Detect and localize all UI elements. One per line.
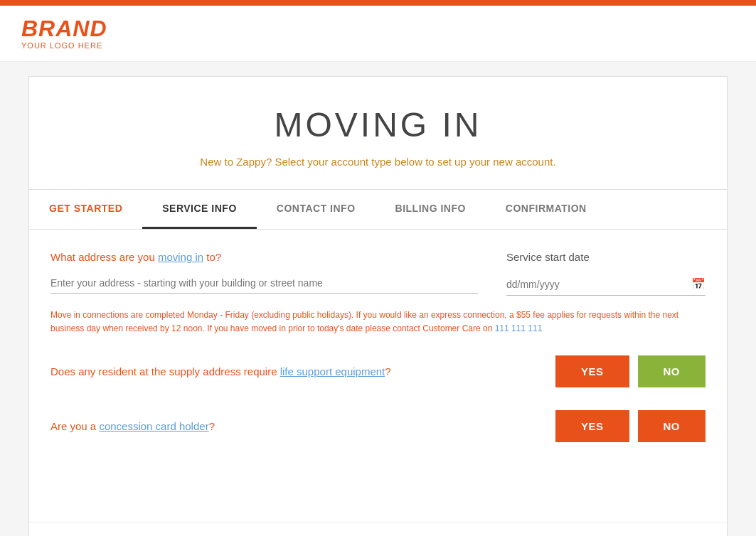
tab-contact-info[interactable]: CONTACT INFO	[257, 190, 376, 229]
life-support-btn-group: YES NO	[555, 355, 706, 387]
date-input-wrapper: 📅	[506, 273, 706, 296]
logo-sub: YOUR LOGO HERE	[21, 41, 107, 50]
concession-highlight: concession card holder	[99, 420, 208, 432]
phone-number: 111 111 111	[495, 323, 543, 333]
life-support-label: Does any resident at the supply address …	[50, 365, 555, 377]
tab-get-started[interactable]: GET STARTED	[29, 190, 142, 229]
concession-no-button[interactable]: NO	[638, 410, 706, 442]
life-support-row: Does any resident at the supply address …	[50, 355, 706, 393]
logo-text: BRAND	[21, 17, 107, 40]
tabs-container: GET STARTED SERVICE INFO CONTACT INFO BI…	[28, 190, 728, 536]
concession-yes-button[interactable]: YES	[555, 410, 629, 442]
tab-service-info[interactable]: SERVICE INFO	[142, 190, 257, 229]
date-col: Service start date 📅	[506, 251, 706, 296]
hero-section: MOVING IN New to Zappy? Select your acco…	[28, 76, 728, 190]
top-bar	[0, 0, 756, 6]
hero-title: MOVING IN	[43, 105, 713, 144]
address-input[interactable]	[50, 273, 478, 294]
date-label: Service start date	[506, 251, 706, 263]
life-support-highlight: life support equipment	[280, 365, 385, 377]
concession-label: Are you a concession card holder?	[50, 420, 555, 432]
info-text: Move in connections are completed Monday…	[50, 309, 706, 336]
form-body: What address are you moving in to? Servi…	[29, 230, 727, 522]
tab-confirmation[interactable]: CONFIRMATION	[486, 190, 607, 229]
tabs: GET STARTED SERVICE INFO CONTACT INFO BI…	[29, 190, 727, 230]
concession-row: Are you a concession card holder? YES NO	[50, 410, 706, 448]
life-support-yes-button[interactable]: YES	[555, 355, 629, 387]
concession-btn-group: YES NO	[555, 410, 706, 442]
tab-billing-info[interactable]: BILLING INFO	[376, 190, 486, 229]
hero-subtitle: New to Zappy? Select your account type b…	[43, 156, 713, 168]
address-date-row: What address are you moving in to? Servi…	[50, 251, 706, 296]
header: BRAND YOUR LOGO HERE	[0, 6, 756, 62]
address-col: What address are you moving in to?	[50, 251, 478, 296]
date-input[interactable]	[506, 279, 691, 290]
address-label-highlight: moving in	[158, 251, 203, 263]
logo: BRAND YOUR LOGO HERE	[21, 17, 107, 50]
address-label: What address are you moving in to?	[50, 251, 478, 263]
life-support-no-button[interactable]: NO	[638, 355, 706, 387]
footer-actions: CONTINUE	[29, 522, 727, 536]
calendar-icon[interactable]: 📅	[691, 277, 706, 291]
